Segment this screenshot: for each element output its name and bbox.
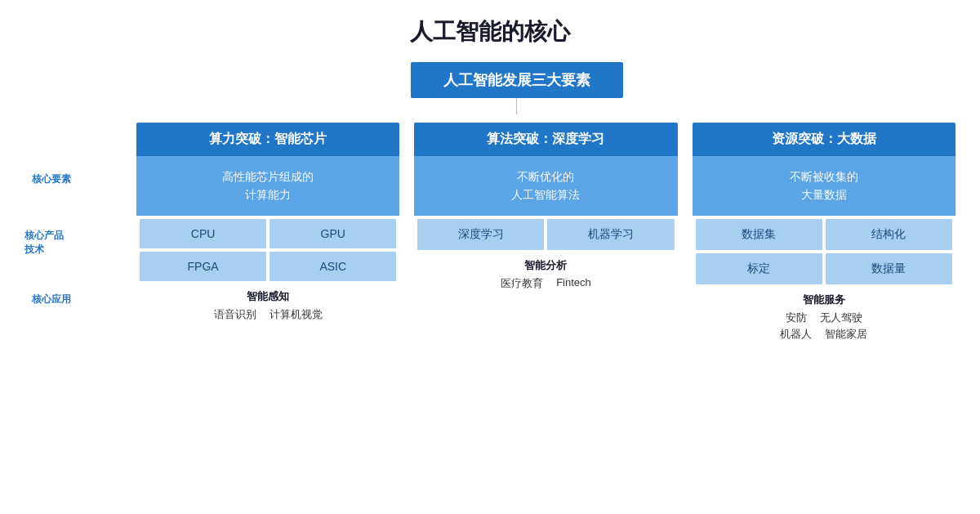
col-algorithm: 算法突破：深度学习 不断优化的人工智能算法 深度学习 机器学习 智能分析 医疗教…	[414, 123, 677, 345]
tech-gpu: GPU	[270, 219, 396, 248]
tech-cpu: CPU	[140, 219, 266, 248]
tech-machine-learning: 机器学习	[547, 219, 674, 250]
page: 人工智能的核心 人工智能发展三大要素 核心要素 核心产品技术 核心应用	[0, 0, 980, 514]
col-data-desc: 不断被收集的大量数据	[693, 156, 956, 216]
col-computing-app-items: 语音识别 计算机视觉	[136, 306, 399, 325]
label-core-products: 核心产品技术	[24, 198, 78, 288]
tech-dataset: 数据集	[696, 219, 822, 250]
col-data: 资源突破：大数据 不断被收集的大量数据 数据集 结构化 标定 数据量 智能服务 …	[693, 123, 956, 345]
row-labels: 核心要素 核心产品技术 核心应用	[24, 123, 78, 345]
top-banner: 人工智能发展三大要素	[411, 62, 623, 98]
label-core-elements: 核心要素	[24, 160, 78, 198]
col-data-app-items: 安防 无人驾驶 机器人 智能家居	[693, 309, 956, 345]
col-algorithm-header: 算法突破：深度学习	[414, 123, 677, 156]
tech-labeling: 标定	[696, 253, 822, 284]
col-data-app-title: 智能服务	[693, 288, 956, 309]
col-data-tech: 数据集 结构化 标定 数据量	[693, 216, 956, 288]
col-algorithm-app-items: 医疗教育 Fintech	[414, 275, 677, 294]
page-title: 人工智能的核心	[24, 16, 956, 47]
col-computing-tech: CPU GPU FPGA ASIC	[136, 216, 399, 284]
tech-asic: ASIC	[270, 252, 396, 281]
col-algorithm-app-title: 智能分析	[414, 253, 677, 275]
columns-wrapper: 算力突破：智能芯片 高性能芯片组成的计算能力 CPU GPU FPGA ASIC…	[136, 123, 956, 345]
col-computing-header: 算力突破：智能芯片	[136, 123, 399, 156]
tech-structured: 结构化	[826, 219, 952, 250]
col-data-header: 资源突破：大数据	[693, 123, 956, 156]
col-computing-desc: 高性能芯片组成的计算能力	[136, 156, 399, 216]
col-computing: 算力突破：智能芯片 高性能芯片组成的计算能力 CPU GPU FPGA ASIC…	[136, 123, 399, 345]
col-algorithm-tech: 深度学习 机器学习	[414, 216, 677, 253]
main-layout: 核心要素 核心产品技术 核心应用 算力突破：智能芯片 高性能芯片组成的计算能力 …	[24, 123, 956, 345]
col-algorithm-desc: 不断优化的人工智能算法	[414, 156, 677, 216]
tech-fpga: FPGA	[140, 252, 266, 281]
col-computing-app-title: 智能感知	[136, 284, 399, 306]
tech-data-volume: 数据量	[826, 253, 952, 284]
tech-deep-learning: 深度学习	[417, 219, 544, 250]
label-core-apps: 核心应用	[24, 288, 78, 345]
